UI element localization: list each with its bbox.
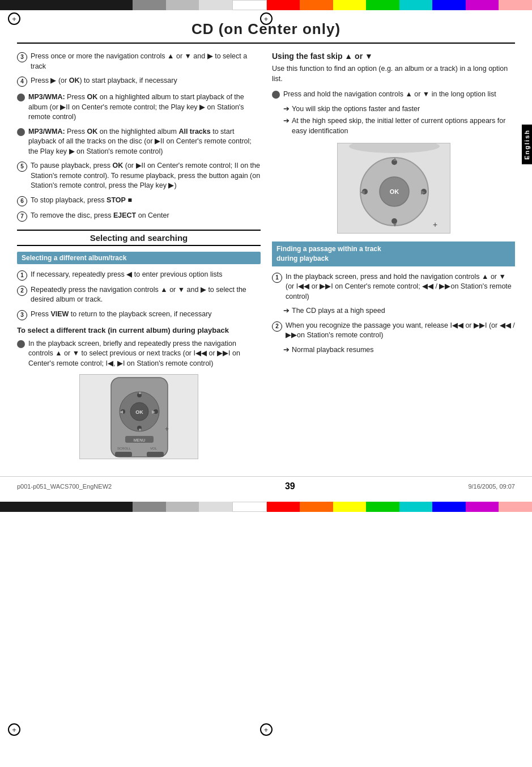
bullet-dot-2 [17, 128, 25, 136]
main-content: 3 Press once or more the navigation cont… [0, 52, 532, 465]
select-item-3: 3 Press VIEW to return to the playback s… [17, 310, 261, 320]
footer-date: 9/16/2005, 09:07 [468, 483, 515, 490]
bullet-dot-1 [17, 94, 25, 101]
finding-text-1: In the playback screen, press and hold t… [286, 272, 515, 302]
instruction-text-4: Press ▶ (or OK) to start playback, if ne… [31, 76, 177, 87]
svg-rect-13 [147, 452, 164, 457]
svg-text:SCROLL: SCROLL [117, 447, 131, 450]
finding-step-2: 2 [272, 321, 282, 332]
bullet-item-mp3-2: MP3/WMA: Press OK on the highlighted alb… [17, 127, 261, 157]
svg-text:◀: ◀ [120, 409, 124, 414]
to-select-list: In the playback screen, briefly and repe… [17, 339, 261, 369]
select-text-2: Repeatedly press the navigation controls… [31, 285, 261, 305]
title-divider [17, 43, 515, 44]
bullet-text-1: MP3/WMA: Press OK on a highlighted album… [28, 92, 261, 122]
step-number-7: 7 [17, 211, 27, 222]
svg-text:◀: ◀ [360, 189, 365, 195]
svg-text:▲: ▲ [138, 390, 142, 395]
svg-text:OK: OK [389, 188, 399, 195]
bullet-item-mp3-1: MP3/WMA: Press OK on a highlighted album… [17, 92, 261, 122]
to-select-bullet [17, 340, 25, 348]
select-item-1: 1 If necessary, repeatedly press ◀ to en… [17, 270, 261, 281]
instruction-text-5: To pause playback, press OK (or ▶II on C… [31, 161, 261, 191]
right-column: Using the fast skip ▲ or ▼ Use this func… [272, 52, 515, 465]
reg-mark-top-center: + [260, 12, 273, 25]
page-footer: p001-p051_WACS700_EngNEW2 39 9/16/2005, … [0, 476, 532, 496]
step-number-6: 6 [17, 196, 27, 206]
bullet-text-2: MP3/WMA: Press OK on the highlighted alb… [28, 127, 261, 157]
instruction-text-3: Press once or more the navigation contro… [31, 52, 261, 71]
finding-list-1: 1 In the playback screen, press and hold… [272, 272, 515, 302]
nav-circle-svg-right: OK + ▲ ▼ ◀ ▶ [338, 143, 450, 234]
instruction-item-4: 4 Press ▶ (or OK) to start playback, if … [17, 76, 261, 87]
select-step-1: 1 [17, 270, 27, 281]
finding-text-2: When you recognize the passage you want,… [286, 321, 515, 341]
finding-bar-line2: during playback [276, 255, 329, 262]
subsection-bar-album-track: Selecting a different album/track [17, 252, 261, 264]
select-text-1: If necessary, repeatedly press ◀ to ente… [31, 270, 222, 281]
to-select-item: In the playback screen, briefly and repe… [17, 339, 261, 369]
svg-text:OK: OK [135, 409, 143, 415]
footer-filename: p001-p051_WACS700_EngNEW2 [17, 483, 112, 490]
top-color-bar [0, 0, 532, 10]
reg-mark-top-left: + [8, 12, 20, 25]
svg-text:▶: ▶ [421, 189, 425, 195]
remote-svg: OK MENU SCROLL VOL + ▲ ▼ [80, 375, 198, 459]
remote-control-image: OK MENU SCROLL VOL + ▲ ▼ [79, 374, 198, 459]
step-number-5: 5 [17, 162, 27, 172]
page-number: 39 [285, 481, 295, 491]
select-text-3: Press VIEW to return to the playback scr… [31, 310, 212, 320]
section-heading-select-search: Selecting and searching [17, 230, 261, 246]
instruction-text-7: To remove the disc, press EJECT on Cente… [31, 211, 169, 222]
fast-skip-arrow-2: At the high speed skip, the initial lett… [283, 116, 515, 136]
fast-skip-list: Press and hold the navigation controls ▲… [272, 90, 515, 100]
select-item-2: 2 Repeatedly press the navigation contro… [17, 285, 261, 305]
instruction-item-6: 6 To stop playback, press STOP ■ [17, 196, 261, 206]
bottom-color-bar [0, 502, 532, 512]
finding-bar-line1: Finding a passage within a track [276, 245, 381, 253]
instruction-item-5: 5 To pause playback, press OK (or ▶II on… [17, 161, 261, 191]
svg-text:▼: ▼ [138, 427, 142, 433]
svg-text:▲: ▲ [392, 156, 398, 162]
select-instruction-list: 1 If necessary, repeatedly press ◀ to en… [17, 270, 261, 320]
finding-arrow-text-2: Normal playback resumes [292, 345, 374, 355]
left-column: 3 Press once or more the navigation cont… [17, 52, 261, 465]
svg-rect-12 [115, 452, 132, 457]
instruction-item-3: 3 Press once or more the navigation cont… [17, 52, 261, 71]
svg-text:+: + [165, 425, 169, 433]
svg-text:VOL: VOL [150, 447, 158, 450]
reg-mark-bottom-left: + [8, 723, 20, 736]
instruction-item-7: 7 To remove the disc, press EJECT on Cen… [17, 211, 261, 222]
fast-skip-arrow-text-2: At the high speed skip, the initial lett… [292, 116, 515, 136]
select-step-3: 3 [17, 310, 27, 320]
step-number-3: 3 [17, 52, 27, 62]
sidebar-language-label: English [522, 125, 532, 164]
fast-skip-intro: Use this function to find an option (e.g… [272, 64, 515, 84]
fast-skip-bullet [272, 91, 280, 99]
finding-passage-bar: Finding a passage within a track during … [272, 241, 515, 266]
finding-arrow-2: Normal playback resumes [283, 345, 515, 355]
instruction-list-1: 3 Press once or more the navigation cont… [17, 52, 261, 87]
svg-text:MENU: MENU [134, 438, 146, 442]
fast-skip-heading: Using the fast skip ▲ or ▼ [272, 52, 515, 61]
nav-circle-image-right: OK + ▲ ▼ ◀ ▶ [337, 143, 450, 234]
step-number-4: 4 [17, 77, 27, 87]
to-select-text: In the playback screen, briefly and repe… [28, 339, 261, 369]
select-step-2: 2 [17, 286, 27, 296]
fast-skip-arrow-1: You will skip the options faster and fas… [283, 104, 515, 115]
finding-item-1: 1 In the playback screen, press and hold… [272, 272, 515, 302]
finding-list-2: 2 When you recognize the passage you wan… [272, 321, 515, 341]
finding-arrow-text-1: The CD plays at a high speed [292, 306, 385, 316]
finding-item-2: 2 When you recognize the passage you wan… [272, 321, 515, 341]
svg-text:▶: ▶ [152, 409, 156, 414]
fast-skip-arrow-text-1: You will skip the options faster and fas… [292, 104, 420, 115]
svg-text:+: + [433, 220, 437, 229]
finding-step-1: 1 [272, 273, 282, 283]
fast-skip-item-1: Press and hold the navigation controls ▲… [272, 90, 515, 100]
bullet-list-mp3: MP3/WMA: Press OK on a highlighted album… [17, 92, 261, 156]
instruction-list-2: 5 To pause playback, press OK (or ▶II on… [17, 161, 261, 222]
instruction-text-6: To stop playback, press STOP ■ [31, 196, 132, 206]
finding-arrow-1: The CD plays at a high speed [283, 306, 515, 316]
svg-text:▼: ▼ [392, 222, 398, 228]
reg-mark-bottom-center: + [260, 723, 273, 736]
